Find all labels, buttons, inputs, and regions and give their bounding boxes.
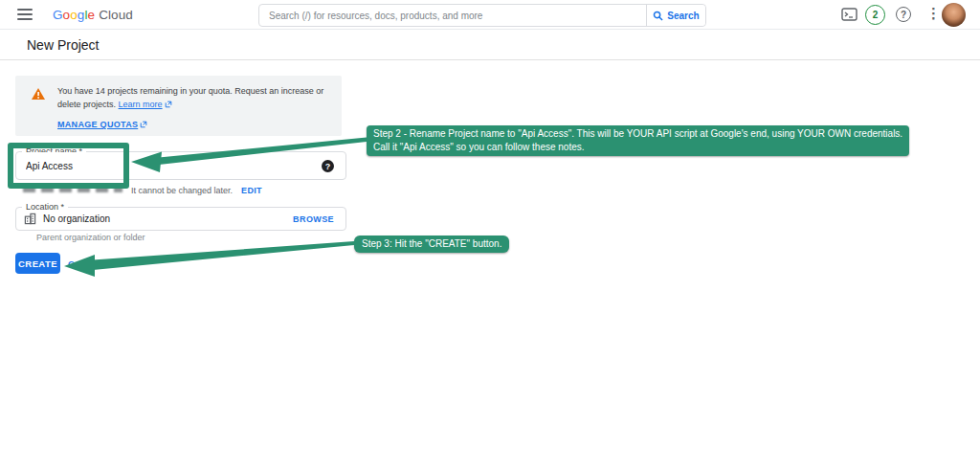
- annotation-highlight-rect: [8, 143, 129, 189]
- notification-count: 2: [873, 10, 879, 20]
- cloud-shell-icon[interactable]: [841, 8, 858, 25]
- google-cloud-console: GoogleCloud Search 2 ?: [0, 0, 980, 449]
- project-id-note: It cannot be changed later.EDIT: [131, 186, 262, 195]
- google-cloud-logo[interactable]: GoogleCloud: [53, 8, 133, 22]
- search-input[interactable]: [259, 5, 646, 26]
- search-button[interactable]: Search: [646, 5, 705, 26]
- google-logo-text: Google: [53, 8, 95, 22]
- organization-icon: [24, 213, 36, 225]
- warning-icon: [31, 87, 46, 101]
- quota-warning-banner: You have 14 projects remaining in your q…: [15, 76, 342, 136]
- user-avatar[interactable]: [942, 3, 966, 27]
- global-search-bar: Search: [258, 4, 706, 27]
- page-title: New Project: [27, 37, 99, 53]
- field-help-icon[interactable]: ?: [322, 160, 334, 172]
- search-icon: [653, 11, 663, 21]
- external-link-icon: [165, 101, 172, 108]
- browse-button[interactable]: BROWSE: [293, 214, 334, 224]
- learn-more-link[interactable]: Learn more: [119, 100, 163, 109]
- quota-warning-text: You have 14 projects remaining in your q…: [57, 84, 323, 111]
- hamburger-menu-icon[interactable]: [17, 9, 33, 21]
- annotation-step3: Step 3: Hit the "CREATE" button.: [354, 236, 509, 253]
- cloud-logo-text: Cloud: [99, 8, 133, 22]
- overflow-menu-icon[interactable]: ⋮: [926, 5, 941, 22]
- edit-project-id-link[interactable]: EDIT: [241, 186, 262, 195]
- cancel-button[interactable]: CANCEL: [68, 258, 108, 269]
- search-button-label: Search: [667, 11, 699, 21]
- create-button[interactable]: CREATE: [15, 253, 60, 274]
- location-helper-text: Parent organization or folder: [36, 233, 145, 242]
- manage-quotas-link[interactable]: MANAGE QUOTAS: [57, 120, 147, 129]
- notifications-badge[interactable]: 2: [865, 5, 885, 25]
- location-label: Location *: [22, 202, 68, 212]
- external-link-icon: [140, 121, 147, 128]
- location-field[interactable]: Location * No organization BROWSE: [15, 207, 346, 231]
- top-bar: GoogleCloud Search 2 ?: [0, 0, 980, 30]
- annotation-step2: Step 2 - Rename Project name to "Api Acc…: [367, 125, 909, 156]
- header-divider: [0, 59, 980, 60]
- help-icon[interactable]: ?: [896, 7, 911, 22]
- location-value: No organization: [43, 213, 110, 224]
